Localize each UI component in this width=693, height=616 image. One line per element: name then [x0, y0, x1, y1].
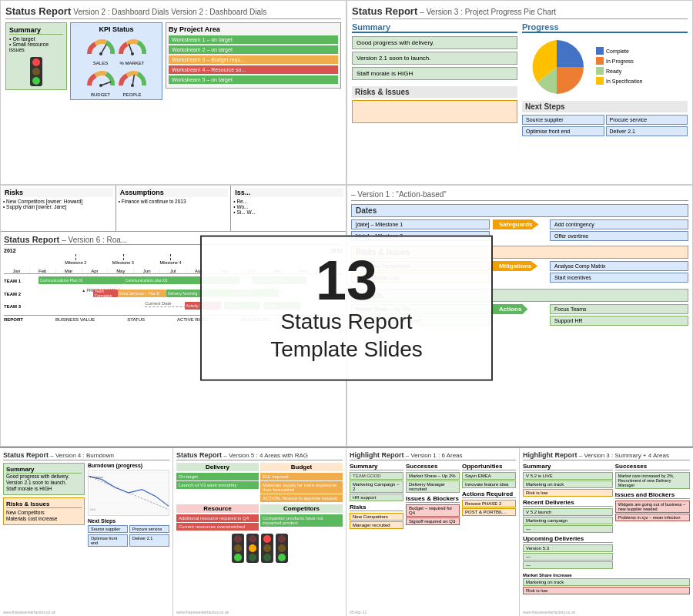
mini-ns-4: Deliver 2.1	[129, 534, 169, 547]
overlay-text: 13 Status Report Template Slides	[200, 236, 493, 381]
v3-risks-label: Risks & Issues	[352, 86, 517, 98]
tl-green2-v5	[276, 534, 288, 563]
svg-text:Ideal: Ideal	[90, 508, 96, 511]
svg-text:Progress: Progress	[90, 475, 103, 479]
safeguard-2: Offer overtime	[550, 231, 688, 241]
svg-line-4	[101, 82, 111, 85]
rag-resource: Resource Additional resource required in…	[176, 504, 259, 531]
actions-arrow: Actions	[493, 304, 527, 314]
v2-title: Status Report Version 2 : Dashboard Dial…	[5, 5, 341, 19]
bar-extraservices: Extra Services – Plan B	[118, 290, 166, 297]
v3-nextsteps-label: Next Steps	[522, 101, 688, 112]
hl3-upcoming: Upcoming Deliveries Version 5.3 — —	[523, 535, 613, 569]
hl1-issues: Issues & Blockers Budget – required for …	[406, 495, 460, 525]
rag-delivery: Delivery On target Launch of V3 went smo…	[176, 463, 259, 503]
action-title: – Version 1 : "Action-based"	[351, 189, 688, 201]
bottom-row: Status Report – Version 4 : Burndown Sum…	[0, 447, 693, 616]
rag-budget: Budget £££ required Materials supply far…	[260, 463, 343, 503]
svg-point-5	[99, 84, 102, 87]
kpi-status-box: KPI Status SALES	[70, 22, 162, 100]
v3-risks-content	[352, 100, 517, 123]
svg-point-1	[99, 52, 102, 55]
v3-content: Summary Good progress with delivery. Ver…	[352, 22, 688, 181]
gauges-row: SALES % MARKET	[73, 35, 159, 65]
next-step-4: Deliver 2.1	[606, 126, 688, 136]
svg-line-0	[101, 45, 106, 54]
kpi-area: Summary • On target • Small resource iss…	[5, 22, 341, 100]
assumptions-col: Assumptions • Finance will continue to 2…	[116, 186, 232, 231]
v3-summary-col: Summary Good progress with delivery. Ver…	[352, 22, 517, 181]
hl3-footer: www.thepresenterfactory.co.uk	[523, 610, 575, 614]
gauge-budget: BUDGET	[86, 67, 116, 97]
tl-row-v5	[176, 534, 343, 563]
v3-progress-col: Progress Com	[522, 22, 688, 181]
bar-comms1: Communications Plan 01	[38, 276, 124, 284]
panel-v3: Status Report – Version 3 : Project Prog…	[346, 0, 693, 185]
hl1-opportunities: Opportunities Sayin EMEA Innovate featur…	[462, 463, 516, 488]
mini-v4-summary: Summary Good progress with delivery. Ver…	[3, 463, 85, 495]
gauge-people: PEOPLE	[118, 67, 147, 97]
tl-green	[32, 77, 40, 85]
panel-v2: Status Report Version 2 : Dashboard Dial…	[0, 0, 346, 185]
workstream-1: Workstream 1 – on target	[169, 35, 338, 44]
mini-ns-3: Optimise front end	[88, 534, 128, 547]
mitigation-1: Analyse Comp Matrix	[550, 261, 688, 271]
mitigation-2: Start incentives	[550, 273, 688, 283]
rag-grid: Delivery On target Launch of V3 went smo…	[176, 463, 343, 531]
hl1-actions: Actions Required Resoce PHASE 2 POST & P…	[462, 490, 516, 516]
risks-row: Risks • New Competitors [owner: Howard] …	[1, 186, 346, 232]
tl-yellow	[32, 68, 40, 75]
burndown-chart: Progress Ideal	[88, 470, 169, 516]
safeguards-arrow: Safeguards	[493, 219, 539, 229]
next-step-2: Procure service	[606, 115, 688, 125]
hl3-summary: Summary V 5.2 is LIVE Marketing on track…	[523, 463, 613, 497]
risks-col: Risks • New Competitors [owner: Howard] …	[1, 186, 116, 231]
next-step-1: Source supplier	[522, 115, 604, 125]
project-area-box: By Project Area Workstream 1 – on target…	[166, 22, 341, 89]
overlay-subtitle-2: Template Slides	[225, 336, 468, 363]
mini-v4-title: Status Report – Version 4 : Burndown	[3, 451, 169, 460]
tl-green-v5	[232, 534, 244, 563]
v5-footer: www.thepresenterfactory.co.uk	[176, 610, 229, 614]
overlay-number: 13	[225, 253, 468, 308]
v4-footer: www.thepresenterfactory.co.uk	[3, 610, 55, 614]
traffic-light-v2	[30, 57, 42, 86]
legend-ready	[596, 67, 604, 75]
svg-point-7	[131, 84, 134, 87]
hl3-recent: Recent Deliveries V 5.2 launch Marketing…	[523, 499, 613, 533]
next-step-3: Optimise front end	[522, 126, 604, 136]
hl1-risks: Risks New Competitors Manager recruited	[350, 504, 403, 529]
hl3-successes: Successes Market care increased by 2%, R…	[615, 463, 690, 489]
mini-ns-1: Source supplier	[88, 525, 128, 533]
rag-competitors: Competitors Competitor products have not…	[260, 504, 343, 531]
workstream-2: Workstream 2 – on target	[169, 45, 338, 54]
pie-legend: Complete In Progress Ready In Speci	[596, 47, 642, 87]
bar-teamform: Team Formation	[93, 290, 118, 297]
mini-v4-risks: Risks & Issues New Competitors Materials…	[3, 497, 85, 525]
safeguard-1: Add contingency	[550, 219, 688, 229]
svg-point-3	[131, 52, 134, 55]
mitigations-arrow: Mitigations	[493, 261, 537, 271]
v3-title: Status Report – Version 3 : Project Prog…	[352, 5, 688, 19]
mini-v5-title: Status Report – Version 5 : 4 Areas with…	[176, 451, 343, 460]
overlay-subtitle-1: Status Report	[225, 308, 468, 336]
hl1-successes: Successes Market Share – Up 2% Delivery …	[406, 463, 460, 493]
mini-v5: Status Report – Version 5 : 4 Areas with…	[173, 448, 346, 616]
pie-chart-area: Complete In Progress Ready In Speci	[522, 36, 688, 98]
mini-hl1: Highlight Report – Version 1 : 6 Areas S…	[346, 448, 520, 616]
tl-amber-v5	[246, 534, 259, 563]
svg-line-2	[129, 44, 132, 54]
pie-chart-svg	[522, 36, 591, 98]
v3-summary-2: Version 2.1 soon to launch.	[352, 52, 517, 65]
action-2: Support HR	[550, 316, 688, 326]
main-container: Status Report Version 2 : Dashboard Dial…	[0, 0, 693, 616]
tl-red-v5	[261, 534, 273, 563]
tl-red	[32, 59, 40, 66]
mini-hl3-title: Highlight Report – Version 3 : Summary +…	[523, 451, 690, 460]
legend-complete	[596, 47, 604, 55]
mini-hl3: Highlight Report – Version 3 : Summary +…	[520, 448, 693, 616]
hl3-issues: Issues and Blockers Widgets are going ou…	[615, 491, 690, 521]
gauge-sales: SALES	[86, 35, 116, 65]
legend-specification	[596, 77, 604, 85]
workstream-3: Workstream 3 – Budget requ...	[169, 55, 338, 64]
